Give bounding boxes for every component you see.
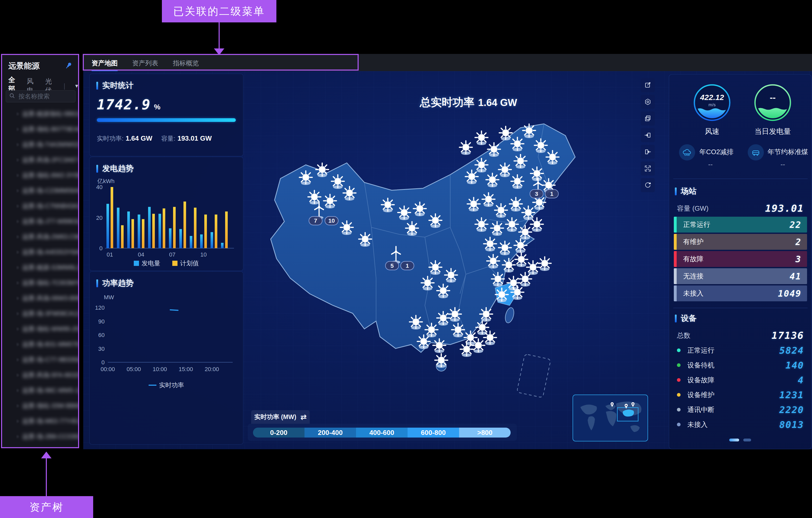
wind-farm-marker[interactable]: [316, 163, 329, 177]
list-item[interactable]: ›远景-场站-8W2-3Y0635: [2, 167, 78, 183]
search-input[interactable]: [18, 92, 71, 100]
wind-farm-marker[interactable]: [530, 167, 544, 181]
search-box[interactable]: [6, 90, 76, 102]
list-item[interactable]: ›远景-场-T4A3WW023: [2, 137, 78, 152]
wind-farm-marker[interactable]: [465, 170, 478, 184]
wind-farm-marker[interactable]: [523, 124, 535, 138]
wind-farm-marker[interactable]: [484, 237, 497, 251]
locate-icon[interactable]: [641, 95, 655, 109]
wind-farm-marker[interactable]: [519, 225, 532, 240]
wind-farm-marker[interactable]: [546, 151, 559, 165]
page-dot[interactable]: [743, 439, 751, 441]
refresh-icon[interactable]: [641, 178, 655, 192]
legend-range-segment[interactable]: 600-800: [408, 428, 459, 438]
wind-farm-marker[interactable]: [476, 321, 489, 335]
legend-range-segment[interactable]: 400-600: [356, 428, 408, 438]
layers-icon[interactable]: [641, 111, 655, 126]
tab-kpi-overview[interactable]: 指标概览: [173, 59, 199, 71]
wind-farm-marker[interactable]: [472, 339, 485, 353]
list-item[interactable]: ›远景-风场-5FA-66320: [2, 367, 78, 383]
wind-farm-marker[interactable]: [475, 158, 488, 172]
wind-farm-marker[interactable]: [341, 221, 353, 235]
station-status-row[interactable]: 有故障3: [674, 251, 807, 267]
chevron-down-icon[interactable]: ▾: [75, 83, 78, 89]
cluster-badge[interactable]: 5: [385, 262, 399, 270]
wind-farm-marker[interactable]: [498, 163, 512, 177]
wind-farm-marker[interactable]: [514, 155, 527, 168]
station-status-row[interactable]: 正常运行22: [674, 217, 807, 233]
list-item[interactable]: ›远景-场-B31-MM078: [2, 336, 78, 352]
wind-farm-marker[interactable]: [491, 272, 504, 287]
wind-farm-marker[interactable]: [343, 187, 356, 200]
list-item[interactable]: ›远景-风场-06W3-B99: [2, 290, 78, 306]
wind-farm-marker[interactable]: [433, 339, 446, 353]
wind-farm-marker[interactable]: [522, 206, 535, 220]
wind-farm-marker[interactable]: [464, 331, 477, 345]
wind-farm-marker[interactable]: [448, 307, 461, 322]
wind-farm-marker[interactable]: [409, 316, 423, 329]
cluster-badge[interactable]: 1: [545, 190, 558, 198]
wind-farm-marker[interactable]: [437, 284, 450, 298]
wind-farm-marker[interactable]: [486, 173, 499, 187]
list-item[interactable]: ›远景-能源场站-0B61C2305: [2, 106, 78, 121]
swap-icon[interactable]: ⇄: [300, 413, 306, 421]
wind-farm-marker[interactable]: [499, 126, 512, 140]
legend-range-segment[interactable]: 200-400: [304, 428, 356, 438]
wind-farm-marker[interactable]: [425, 323, 438, 337]
list-item[interactable]: ›远景-场-98C-MW5-12: [2, 383, 78, 398]
list-item[interactable]: ›远景-场-3FM08CA12: [2, 306, 78, 321]
list-item[interactable]: ›远景-风场-2FC3A67-98: [2, 152, 78, 167]
legend-range-segment[interactable]: 0-200: [253, 428, 304, 438]
wind-farm-marker[interactable]: [459, 141, 472, 155]
wind-farm-marker[interactable]: [515, 253, 528, 267]
wind-farm-marker[interactable]: [437, 311, 450, 326]
tab-asset-map[interactable]: 资产地图: [92, 59, 118, 71]
world-minimap[interactable]: [573, 394, 648, 441]
wind-farm-marker[interactable]: [505, 218, 518, 232]
wind-farm-marker[interactable]: [429, 214, 442, 228]
collapse-right-icon[interactable]: [641, 128, 655, 142]
pin-icon[interactable]: [64, 61, 73, 70]
wind-farm-marker[interactable]: [538, 257, 551, 271]
wind-farm-marker[interactable]: [530, 218, 544, 232]
list-item[interactable]: ›远景-能源-S3MW6L240: [2, 260, 78, 275]
wind-farm-marker[interactable]: [475, 218, 488, 232]
edit-icon[interactable]: [641, 78, 655, 92]
list-item[interactable]: ›远景-场-2B8-CC0392: [2, 429, 78, 444]
wind-farm-marker[interactable]: [444, 269, 458, 282]
wind-farm-marker[interactable]: [421, 276, 434, 290]
wind-farm-marker[interactable]: [511, 175, 524, 189]
wind-farm-marker[interactable]: [495, 288, 508, 302]
wind-farm-marker[interactable]: [331, 175, 344, 189]
wind-farm-marker[interactable]: [475, 131, 488, 145]
page-dot-active[interactable]: [729, 439, 739, 441]
wind-farm-marker[interactable]: [480, 307, 493, 322]
station-status-row[interactable]: 未接入1049: [674, 285, 807, 301]
list-item[interactable]: ›远景-场-M63-77Y451: [2, 413, 78, 429]
wind-farm-marker[interactable]: [429, 261, 442, 275]
list-item[interactable]: ›远景-场站-B07T9E443S: [2, 121, 78, 137]
china-map[interactable]: 7105131: [247, 110, 638, 407]
station-status-row[interactable]: 有维护2: [674, 234, 807, 250]
cluster-badge[interactable]: 10: [325, 216, 338, 225]
list-item[interactable]: ›远景-场站-33W-BB60: [2, 398, 78, 413]
fullscreen-icon[interactable]: [641, 161, 655, 175]
cluster-badge[interactable]: 7: [309, 216, 322, 225]
wind-farm-marker[interactable]: [534, 139, 547, 153]
wind-farm-marker[interactable]: [460, 343, 473, 357]
wind-farm-marker[interactable]: [398, 206, 411, 220]
wind-farm-marker[interactable]: [299, 171, 312, 185]
wind-farm-marker[interactable]: [452, 323, 465, 337]
list-item[interactable]: ›远景-场-C23MM06A05: [2, 183, 78, 198]
legend-range-segment[interactable]: >800: [459, 428, 511, 438]
wind-farm-marker[interactable]: [323, 194, 337, 208]
wind-farm-marker[interactable]: [514, 239, 527, 253]
cluster-badge[interactable]: 1: [401, 262, 414, 270]
wind-farm-marker[interactable]: [484, 331, 497, 345]
cluster-badge[interactable]: 3: [530, 190, 543, 198]
wind-farm-marker[interactable]: [482, 193, 495, 207]
wind-farm-marker[interactable]: [509, 197, 522, 212]
wind-farm-marker[interactable]: [359, 233, 372, 247]
map-legend-tab[interactable]: 实时功率 (MW) ⇄: [251, 410, 310, 424]
wind-farm-marker[interactable]: [413, 202, 426, 216]
